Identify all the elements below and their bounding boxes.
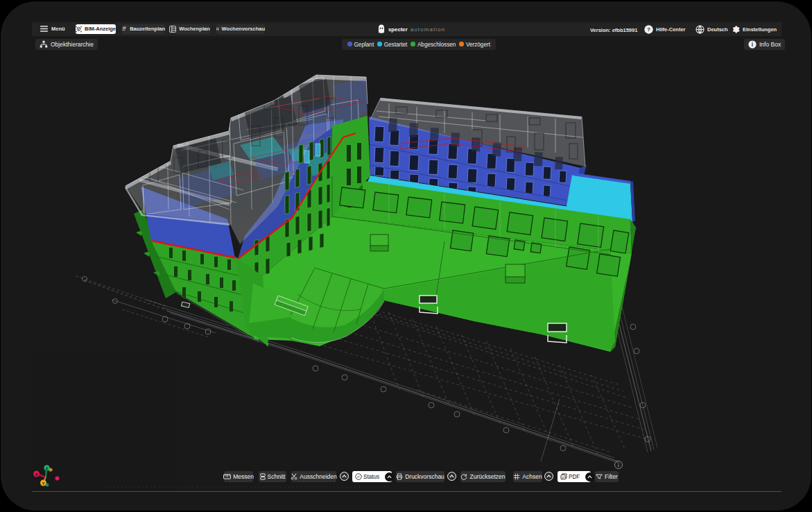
svg-text:i: i bbox=[752, 42, 753, 48]
svg-text:X: X bbox=[35, 472, 37, 477]
svg-text:Z: Z bbox=[46, 467, 49, 471]
svg-text:Y: Y bbox=[42, 481, 44, 486]
svg-text:?: ? bbox=[647, 26, 650, 33]
